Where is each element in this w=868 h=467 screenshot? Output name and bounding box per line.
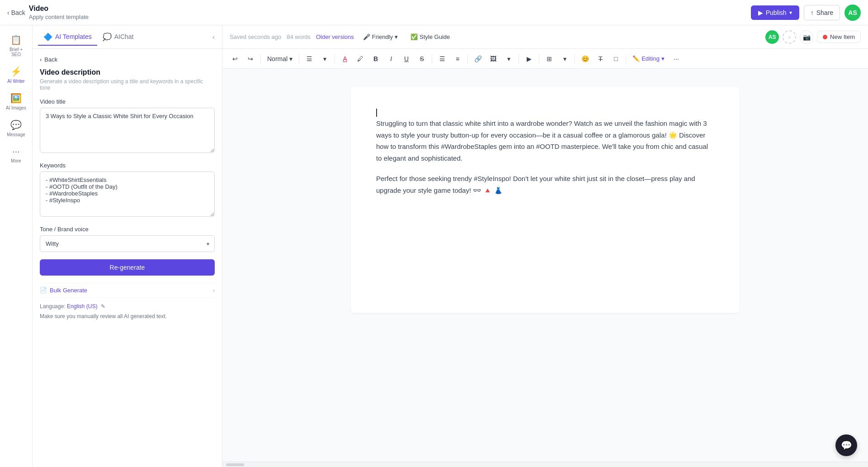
editor-content[interactable]: Struggling to turn that classic white sh…: [222, 69, 868, 462]
sidebar-item-more[interactable]: ··· More: [3, 143, 30, 167]
more-icon: ···: [12, 146, 20, 157]
tab-ai-templates[interactable]: 🔷 AI Templates: [38, 29, 97, 46]
sidebar-item-ai-writer[interactable]: ⚡ AI Writer: [3, 62, 30, 87]
bulk-generate-chevron-icon: ›: [213, 287, 215, 294]
text-style-label: Normal: [267, 55, 288, 62]
sidebar-item-brief-seo[interactable]: 📋 Brief + SEO: [3, 31, 30, 61]
publish-label: Publish: [766, 9, 787, 16]
clear-format-button[interactable]: T̶: [593, 52, 608, 66]
ai-writer-icon: ⚡: [10, 66, 22, 77]
panel-back-label: Back: [44, 56, 57, 63]
video-title-input[interactable]: 3 Ways to Style a Classic White Shirt fo…: [40, 108, 215, 153]
style-guide-button[interactable]: ✅ Style Guide: [407, 32, 453, 42]
topbar-right: AS + 📷 New Item: [765, 30, 861, 44]
editor-area: Saved seconds ago 84 words Older version…: [222, 25, 868, 467]
older-versions-link[interactable]: Older versions: [316, 33, 354, 40]
text-color-button[interactable]: A: [338, 52, 352, 66]
toolbar-separator-6: [519, 54, 519, 63]
new-item-label: New Item: [830, 33, 855, 40]
table-dropdown-button[interactable]: ▾: [557, 52, 572, 66]
user-avatar[interactable]: AS: [844, 5, 861, 21]
keywords-input[interactable]: - #WhiteShirtEssentials - #OOTD (Outfit …: [40, 172, 215, 217]
more-options-button[interactable]: ···: [669, 52, 684, 66]
bulk-generate-link[interactable]: 📄 Bulk Generate: [40, 287, 87, 294]
panel-back-link[interactable]: ‹ Back: [40, 56, 215, 63]
language-link[interactable]: English (US): [67, 303, 97, 310]
collapse-panel-button[interactable]: ‹: [211, 31, 217, 43]
editor-toolbar: ↩ ↪ Normal ▾ ☰ ▾ A 🖊 B I U S ☰ ≡ 🔗 🖼 ▾: [222, 49, 868, 69]
editing-label: Editing: [642, 55, 660, 62]
language-edit-icon[interactable]: ✎: [101, 303, 105, 310]
back-label: Back: [11, 9, 25, 16]
sidebar-item-label: AI Writer: [7, 79, 25, 84]
avatar-initials: AS: [848, 9, 857, 16]
image-dropdown-button[interactable]: ▾: [501, 52, 516, 66]
share-button[interactable]: ↑ Share: [804, 5, 840, 20]
sidebar-item-ai-images[interactable]: 🖼️ AI Images: [3, 89, 30, 114]
strikethrough-button[interactable]: S: [415, 52, 429, 66]
topbar-meta: Saved seconds ago 84 words Older version…: [230, 33, 354, 40]
regenerate-button[interactable]: Re-generate: [40, 259, 215, 276]
saved-status: Saved seconds ago: [230, 33, 281, 40]
tab-label: AIChat: [114, 33, 134, 40]
panel-section-title: Video description: [40, 68, 215, 76]
ai-templates-tab-icon: 🔷: [43, 33, 52, 41]
publish-dropdown-icon: ▾: [789, 10, 792, 16]
style-dropdown-icon: ▾: [289, 55, 292, 62]
highlight-button[interactable]: 🖊: [353, 52, 368, 66]
new-item-dot-icon: [823, 35, 827, 39]
tone-select-wrapper: Witty Friendly Professional Casual Forma…: [40, 235, 215, 252]
panel-tabs: 🔷 AI Templates 💭 AIChat ‹: [33, 25, 222, 49]
link-button[interactable]: 🔗: [471, 52, 485, 66]
italic-button[interactable]: I: [384, 52, 398, 66]
undo-button[interactable]: ↩: [228, 52, 242, 66]
friendly-emoji-icon: 🎤: [363, 33, 370, 40]
nav-right: ▶ Publish ▾ ↑ Share AS: [751, 5, 861, 21]
new-item-button[interactable]: New Item: [817, 31, 861, 43]
underline-button[interactable]: U: [399, 52, 414, 66]
friendly-dropdown-icon: ▾: [395, 33, 398, 40]
apply-template-link[interactable]: Apply content template: [29, 14, 89, 20]
collaborator-avatar-placeholder: +: [783, 30, 796, 44]
text-style-dropdown[interactable]: Normal ▾: [264, 53, 296, 64]
tone-select[interactable]: Witty Friendly Professional Casual Forma…: [40, 235, 215, 252]
bold-button[interactable]: B: [368, 52, 383, 66]
emoji-button[interactable]: 😊: [578, 52, 592, 66]
chat-bubble-icon: 💬: [841, 440, 852, 451]
publish-button[interactable]: ▶ Publish ▾: [751, 5, 799, 20]
chat-bubble-button[interactable]: 💬: [835, 434, 857, 456]
sidebar-item-label: Brief + SEO: [5, 47, 28, 57]
image-button[interactable]: 🖼: [486, 52, 500, 66]
bulk-generate-icon: 📄: [40, 287, 47, 294]
toolbar-separator-3: [335, 54, 335, 63]
cursor-line: [376, 109, 714, 118]
table-button[interactable]: ⊞: [542, 52, 557, 66]
tab-aichat[interactable]: 💭 AIChat: [97, 29, 139, 46]
editor-document: Struggling to turn that classic white sh…: [351, 87, 740, 313]
regenerate-label: Re-generate: [110, 264, 145, 271]
redo-button[interactable]: ↪: [243, 52, 258, 66]
toolbar-separator-9: [626, 54, 626, 63]
tone-group: Tone / Brand voice Witty Friendly Profes…: [40, 226, 215, 252]
video-title-group: Video title 3 Ways to Style a Classic Wh…: [40, 98, 215, 155]
share-icon: ↑: [811, 9, 814, 16]
video-title-label: Video title: [40, 98, 215, 105]
editor-horizontal-scrollbar[interactable]: [222, 462, 868, 467]
comment-button[interactable]: □: [609, 52, 623, 66]
toolbar-separator-8: [575, 54, 575, 63]
back-arrow-icon: ‹: [7, 9, 9, 16]
play-button[interactable]: ▶: [522, 52, 536, 66]
language-row: Language: English (US) ✎: [40, 303, 215, 310]
ordered-list-button[interactable]: ≡: [450, 52, 465, 66]
language-label: Language:: [40, 303, 66, 310]
align-button[interactable]: ☰: [302, 52, 316, 66]
back-button[interactable]: ‹ Back: [7, 9, 25, 16]
scrollbar-thumb: [226, 463, 244, 466]
bullet-list-button[interactable]: ☰: [435, 52, 449, 66]
sidebar-item-message[interactable]: 💬 Message: [3, 116, 30, 141]
align-dropdown-button[interactable]: ▾: [317, 52, 332, 66]
friendly-tone-button[interactable]: 🎤 Friendly ▾: [359, 32, 401, 42]
editor-user-avatar[interactable]: AS: [765, 30, 779, 44]
editing-mode-button[interactable]: ✏️ Editing ▾: [629, 53, 668, 64]
camera-icon[interactable]: 📷: [800, 30, 813, 44]
